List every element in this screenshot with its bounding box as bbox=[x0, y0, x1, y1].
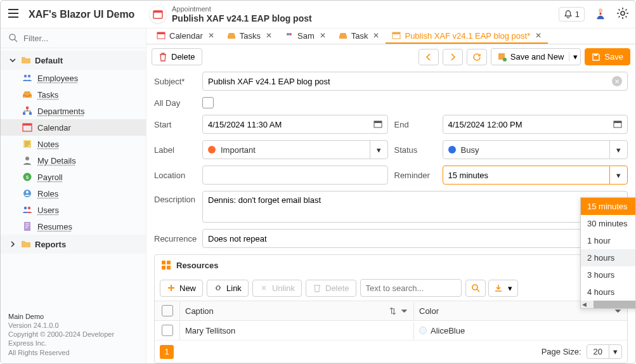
end-field[interactable] bbox=[443, 115, 628, 134]
sidebar-item-tasks[interactable]: Tasks bbox=[1, 86, 146, 103]
reminder-option[interactable]: 1 hour bbox=[581, 232, 635, 249]
reminder-dropdown[interactable]: 15 minutes 30 minutes 1 hour 2 hours 3 h… bbox=[580, 197, 635, 309]
location-input[interactable] bbox=[208, 171, 382, 180]
label-start: Start bbox=[154, 120, 196, 129]
label-status: Status bbox=[394, 145, 436, 155]
sidebar-item-users[interactable]: Users bbox=[1, 202, 146, 218]
close-icon[interactable]: ✕ bbox=[535, 31, 542, 40]
unlink-button[interactable]: Unlink bbox=[252, 280, 302, 297]
table-row[interactable]: Mary Tellitson AliceBlue bbox=[155, 321, 627, 341]
res-delete-button[interactable]: Delete bbox=[306, 280, 356, 297]
hamburger-icon[interactable] bbox=[7, 7, 20, 22]
calendar-picker-icon[interactable] bbox=[373, 120, 382, 129]
filter-input[interactable] bbox=[23, 34, 138, 43]
filter-box[interactable] bbox=[1, 29, 146, 48]
save-button[interactable]: Save bbox=[585, 48, 630, 65]
label-label: Label bbox=[154, 145, 196, 155]
status-select[interactable]: Busy▾ bbox=[443, 140, 628, 159]
sidebar-item-employees[interactable]: Employees bbox=[1, 70, 146, 86]
subject-field[interactable]: ✕ bbox=[202, 72, 628, 91]
reminder-input[interactable] bbox=[448, 171, 605, 180]
svg-rect-23 bbox=[157, 32, 165, 34]
search-input[interactable] bbox=[366, 283, 456, 293]
chevron-down-icon[interactable]: ▾ bbox=[569, 52, 578, 62]
location-field[interactable] bbox=[202, 166, 388, 185]
close-icon[interactable]: ✕ bbox=[373, 31, 379, 40]
recurrence-input[interactable] bbox=[208, 234, 622, 244]
refresh-button[interactable] bbox=[467, 49, 487, 65]
sidebar-item-roles[interactable]: Roles bbox=[1, 185, 146, 202]
sidebar-item-my-details[interactable]: My Details bbox=[1, 152, 146, 169]
tab-publish[interactable]: Publish XAF v24.1 EAP blog post*✕ bbox=[386, 29, 548, 44]
chevron-down-icon[interactable]: ▾ bbox=[370, 141, 387, 159]
close-icon[interactable]: ✕ bbox=[320, 31, 326, 40]
chevron-down-icon[interactable]: ▾ bbox=[609, 345, 621, 358]
subject-input[interactable] bbox=[208, 77, 612, 86]
svg-rect-9 bbox=[23, 112, 25, 115]
sidebar-group-default[interactable]: Default bbox=[1, 51, 146, 70]
allday-checkbox[interactable] bbox=[202, 97, 214, 108]
link-button[interactable]: Link bbox=[207, 280, 249, 297]
search-icon bbox=[8, 33, 18, 43]
new-button[interactable]: New bbox=[160, 280, 203, 297]
label-subject: Subject* bbox=[154, 77, 196, 86]
sidebar-item-calendar[interactable]: Calendar bbox=[1, 119, 146, 136]
chevron-down-icon[interactable]: ▾ bbox=[609, 166, 627, 184]
tab-tasks[interactable]: Tasks✕ bbox=[221, 29, 278, 44]
inbox-icon bbox=[339, 31, 347, 40]
search-field[interactable] bbox=[360, 279, 462, 297]
reminder-option[interactable]: 30 minutes bbox=[581, 215, 635, 232]
sidebar-group-reports[interactable]: Reports bbox=[1, 235, 146, 254]
next-button[interactable] bbox=[443, 49, 463, 65]
reminder-option[interactable]: 2 hours bbox=[581, 249, 635, 266]
recurrence-field[interactable] bbox=[202, 229, 628, 248]
select-all-checkbox[interactable] bbox=[162, 305, 173, 316]
sidebar-item-payroll[interactable]: $Payroll bbox=[1, 169, 146, 185]
tab-calendar[interactable]: Calendar✕ bbox=[150, 29, 221, 44]
chevron-left-icon bbox=[424, 53, 433, 62]
svg-rect-21 bbox=[24, 222, 30, 231]
notification-button[interactable]: 1 bbox=[559, 7, 585, 22]
user-avatar[interactable] bbox=[594, 6, 607, 22]
calendar-picker-icon[interactable] bbox=[613, 120, 622, 129]
tab-task[interactable]: Task✕ bbox=[332, 29, 386, 44]
save-and-new-button[interactable]: Save and New▾ bbox=[491, 48, 581, 65]
breadcrumb: Appointment Publish XAF v24.1 EAP blog p… bbox=[172, 5, 312, 24]
sidebar-item-resumes[interactable]: Resumes bbox=[1, 218, 146, 235]
export-button[interactable]: ▾ bbox=[488, 280, 518, 297]
close-icon[interactable]: ✕ bbox=[208, 31, 214, 40]
prev-button[interactable] bbox=[419, 49, 439, 65]
reminder-option[interactable]: 3 hours bbox=[581, 266, 635, 283]
status-dot bbox=[448, 146, 456, 153]
sidebar-item-departments[interactable]: Departments bbox=[1, 103, 146, 119]
page-size-select[interactable]: 20▾ bbox=[587, 344, 622, 359]
settings-button[interactable] bbox=[616, 7, 629, 22]
reminder-option[interactable]: 4 hours bbox=[581, 283, 635, 301]
h-scrollbar[interactable]: ◀▶ bbox=[581, 301, 635, 308]
reminder-option[interactable]: 15 minutes bbox=[581, 198, 635, 215]
col-caption-header[interactable]: Caption⇅⏷ bbox=[180, 302, 414, 320]
label-description: Description bbox=[154, 191, 196, 204]
label-select[interactable]: Important▾ bbox=[202, 140, 388, 159]
description-field[interactable] bbox=[202, 191, 628, 223]
page-1-button[interactable]: 1 bbox=[160, 345, 174, 359]
clear-icon[interactable]: ✕ bbox=[612, 76, 622, 86]
start-field[interactable] bbox=[202, 115, 388, 134]
row-checkbox[interactable] bbox=[162, 325, 173, 336]
search-button[interactable] bbox=[465, 280, 486, 297]
refresh-icon bbox=[472, 53, 481, 62]
label-recurrence: Recurrence bbox=[154, 234, 196, 244]
delete-button[interactable]: Delete bbox=[152, 48, 202, 65]
sort-icon[interactable]: ⇅ bbox=[389, 306, 396, 316]
filter-icon[interactable]: ⏷ bbox=[400, 306, 408, 316]
reminder-select[interactable]: ▾ bbox=[443, 166, 628, 185]
tab-sam[interactable]: Sam✕ bbox=[278, 29, 332, 44]
svg-rect-32 bbox=[374, 121, 382, 123]
svg-point-7 bbox=[28, 75, 30, 77]
start-input[interactable] bbox=[208, 120, 373, 129]
chevron-down-icon[interactable]: ▾ bbox=[609, 141, 627, 159]
description-input[interactable] bbox=[208, 195, 622, 205]
sidebar-item-notes[interactable]: Notes bbox=[1, 136, 146, 152]
end-input[interactable] bbox=[448, 120, 614, 129]
close-icon[interactable]: ✕ bbox=[266, 31, 272, 40]
